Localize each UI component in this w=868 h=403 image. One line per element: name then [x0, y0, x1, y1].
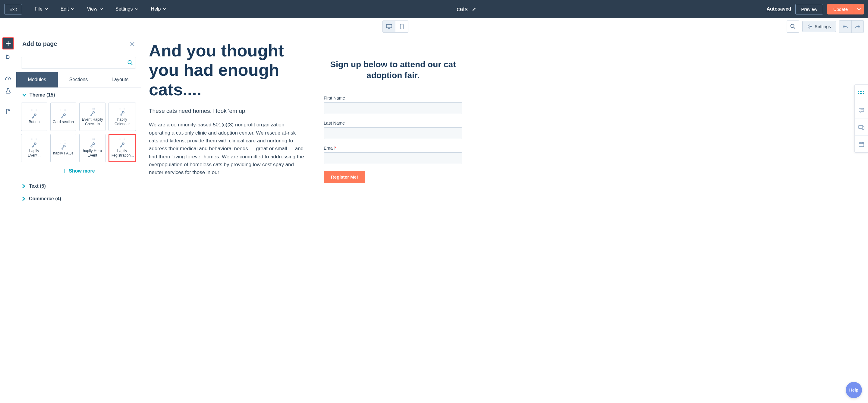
svg-rect-21 [862, 127, 864, 129]
top-bar: Exit File Edit View Settings Help cats A… [0, 0, 868, 18]
redo-button[interactable] [851, 21, 864, 33]
settings-label: Settings [815, 24, 831, 29]
module-card-hapily-calendar[interactable]: :::::::::: hapily Calendar [108, 103, 136, 131]
module-label: hapily Registration... [111, 149, 134, 158]
mobile-view-button[interactable] [396, 21, 408, 32]
toolbar-right: Settings [786, 20, 864, 33]
tab-sections[interactable]: Sections [58, 72, 99, 87]
text-section-header[interactable]: Text (5) [16, 180, 141, 193]
module-card-hapily-registration[interactable]: :::::::::: hapily Registration... [108, 134, 136, 162]
grip-icon: :::::::::: [60, 110, 66, 112]
settings-button[interactable]: Settings [802, 21, 836, 32]
chevron-down-icon [22, 93, 27, 96]
float-comments-button[interactable] [855, 102, 868, 119]
form-field-last-name: Last Name [324, 121, 462, 139]
float-grid-button[interactable] [855, 85, 868, 102]
update-dropdown[interactable] [854, 4, 864, 15]
update-button[interactable]: Update [827, 4, 854, 15]
document-icon [6, 109, 10, 115]
theme-section-header[interactable]: Theme (15) [16, 87, 141, 101]
help-bubble[interactable]: Help [846, 382, 862, 398]
menu-edit-label: Edit [61, 6, 69, 12]
canvas-left-column: And you thought you had enough cats.... … [149, 41, 306, 183]
menu-help-label: Help [151, 6, 161, 12]
main-area: Add to page Modules Sections Layouts The… [0, 35, 868, 403]
search-input[interactable] [21, 57, 136, 68]
float-devices-button[interactable] [855, 119, 868, 136]
module-label: Event Hapily Check In [81, 117, 104, 126]
last-name-input[interactable] [324, 127, 462, 139]
tab-modules[interactable]: Modules [16, 72, 58, 87]
search-button[interactable] [786, 21, 799, 33]
menu-file-label: File [35, 6, 42, 12]
show-more-button[interactable]: Show more [16, 164, 141, 180]
file-tab[interactable] [2, 106, 14, 118]
search-icon [127, 60, 133, 65]
rail-divider [4, 101, 12, 102]
svg-rect-12 [863, 91, 864, 92]
module-card-hapily-hero[interactable]: :::::::::: hapily Hero Event [79, 134, 105, 162]
page-headline[interactable]: And you thought you had enough cats.... [149, 41, 306, 99]
module-card-card-section[interactable]: :::::::::: Card section [50, 103, 76, 131]
chevron-right-icon [22, 197, 25, 201]
page-title: cats [457, 6, 468, 13]
module-card-hapily-event[interactable]: :::::::::: hapily Event... [21, 134, 47, 162]
editor-canvas[interactable]: And you thought you had enough cats.... … [141, 35, 868, 403]
desktop-view-button[interactable] [383, 21, 396, 32]
menu-settings[interactable]: Settings [116, 6, 138, 12]
menu-edit[interactable]: Edit [61, 6, 74, 12]
page-body[interactable]: We are a community-based 501(c)(3) nonpr… [149, 121, 306, 176]
module-label: Button [29, 120, 39, 124]
grip-icon: :::::::::: [119, 139, 125, 141]
add-to-page-tab[interactable] [2, 37, 14, 50]
close-panel-button[interactable] [130, 41, 135, 47]
svg-point-2 [401, 28, 402, 28]
menu-view[interactable]: View [87, 6, 102, 12]
topbar-center: cats [166, 6, 767, 13]
autosaved-status[interactable]: Autosaved [767, 6, 791, 12]
flask-icon [5, 88, 11, 94]
tree-icon [5, 54, 11, 60]
first-name-input[interactable] [324, 102, 462, 114]
chevron-down-icon [100, 7, 103, 10]
chat-icon [858, 108, 864, 113]
form-title[interactable]: Sign up below to attend our cat adoption… [324, 59, 462, 81]
undo-icon [843, 24, 848, 29]
chevron-down-icon [71, 7, 74, 10]
float-calendar-button[interactable] [855, 136, 868, 152]
wrench-icon [119, 111, 125, 116]
wrench-icon [61, 144, 66, 150]
module-card-button[interactable]: :::::::::: Button [21, 103, 47, 131]
svg-rect-16 [863, 93, 864, 94]
email-input[interactable] [324, 152, 462, 164]
pencil-icon[interactable] [472, 7, 476, 11]
page-subhead[interactable]: These cats need homes. Hook 'em up. [149, 108, 306, 114]
commerce-section-header[interactable]: Commerce (4) [16, 193, 141, 205]
grip-icon: :::::::::: [119, 107, 125, 110]
register-button[interactable]: Register Me! [324, 171, 365, 183]
menu-help[interactable]: Help [151, 6, 166, 12]
undo-button[interactable] [839, 21, 851, 33]
chevron-down-icon [45, 7, 48, 10]
plus-icon [62, 169, 66, 173]
text-section-label: Text (5) [29, 183, 46, 189]
menu-settings-label: Settings [116, 6, 133, 12]
svg-rect-22 [859, 142, 864, 147]
test-tab[interactable] [2, 85, 14, 97]
search-icon-wrap[interactable] [127, 60, 133, 65]
tab-layouts[interactable]: Layouts [99, 72, 141, 87]
sidebar-tabs: Modules Sections Layouts [16, 72, 141, 87]
svg-point-3 [790, 24, 794, 27]
module-card-event-checkin[interactable]: :::::::::: Event Hapily Check In [79, 103, 105, 131]
devices-icon [858, 125, 864, 130]
svg-rect-13 [858, 93, 859, 94]
last-name-label: Last Name [324, 121, 462, 125]
grip-icon: :::::::::: [90, 139, 95, 141]
contents-tab[interactable] [2, 51, 14, 63]
module-card-hapily-faqs[interactable]: :::::::::: hapily FAQs [50, 134, 76, 162]
exit-button[interactable]: Exit [4, 4, 22, 15]
preview-button[interactable]: Preview [795, 4, 823, 15]
menu-file[interactable]: File [35, 6, 48, 12]
optimize-tab[interactable] [2, 71, 14, 84]
module-label: hapily FAQs [53, 151, 73, 156]
